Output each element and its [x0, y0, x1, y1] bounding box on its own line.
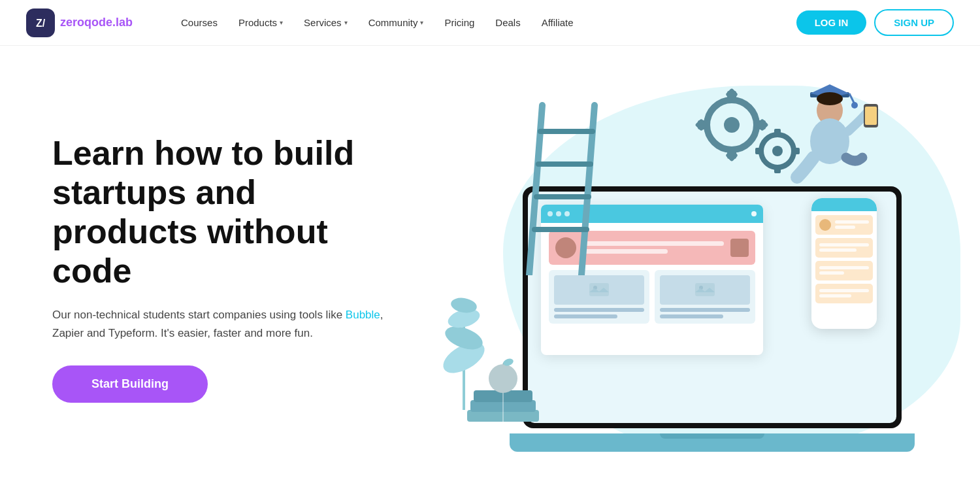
svg-text:Z/: Z/	[36, 18, 46, 29]
img-placeholder	[554, 275, 644, 305]
phone-lines-2	[819, 243, 869, 252]
phone-card-item-2	[815, 238, 873, 258]
student-illustration	[771, 79, 889, 212]
hero-content: Learn how to build startups and products…	[52, 134, 392, 403]
svg-point-40	[817, 92, 843, 105]
svg-point-11	[489, 364, 517, 393]
logo[interactable]: Z/ zeroqode.lab	[26, 8, 133, 37]
phone-line-short-3	[819, 271, 844, 275]
phone-avatar	[819, 219, 831, 231]
laptop-base	[510, 433, 915, 452]
phone-mockup	[811, 198, 877, 329]
nav-community[interactable]: Community ▾	[359, 12, 433, 33]
ladder-illustration	[523, 92, 614, 278]
signup-button[interactable]: SIGN UP	[874, 9, 954, 36]
card-icon	[730, 239, 749, 257]
navbar: Z/ zeroqode.lab Courses Products ▾ Servi…	[0, 0, 980, 46]
bubble-link[interactable]: Bubble	[346, 309, 380, 321]
nav-pricing[interactable]: Pricing	[435, 12, 483, 33]
svg-rect-43	[865, 107, 877, 125]
img-lines-2	[660, 308, 750, 318]
img-line-short-2	[660, 314, 723, 318]
browser-img-card	[549, 270, 649, 324]
phone-lines-4	[819, 289, 869, 297]
nav-affiliate[interactable]: Affiliate	[532, 12, 583, 33]
phone-line-short-2	[819, 248, 857, 252]
img-line-short	[554, 314, 617, 318]
hero-description: Our non-technical students start compani…	[52, 306, 392, 341]
logo-text: zeroqode.lab	[60, 16, 133, 29]
hero-title: Learn how to build startups and products…	[52, 134, 392, 290]
logo-name: zeroqode	[60, 16, 112, 29]
phone-lines	[835, 220, 869, 229]
svg-rect-44	[589, 283, 609, 296]
phone-line-2	[819, 243, 869, 246]
svg-point-38	[851, 102, 858, 109]
hero-illustration	[392, 73, 928, 465]
logo-accent: .lab	[112, 16, 133, 29]
svg-point-20	[724, 117, 740, 133]
nav-actions: LOG IN SIGN UP	[796, 9, 954, 36]
logo-icon: Z/	[26, 8, 55, 37]
img-lines	[554, 308, 644, 318]
img-placeholder-2	[660, 275, 750, 305]
hero-section: Learn how to build startups and products…	[0, 46, 980, 491]
chevron-down-icon: ▾	[420, 19, 423, 26]
browser-img-card-2	[655, 270, 755, 324]
phone-line-4	[819, 289, 869, 292]
nav-products[interactable]: Products ▾	[229, 12, 292, 33]
phone-line-3	[819, 266, 869, 269]
login-button[interactable]: LOG IN	[796, 10, 867, 35]
nav-links: Courses Products ▾ Services ▾ Community …	[172, 12, 796, 33]
phone-lines-3	[819, 266, 869, 275]
img-line	[554, 308, 644, 312]
browser-row	[549, 270, 755, 324]
nav-services[interactable]: Services ▾	[295, 12, 357, 33]
phone-card-item	[815, 215, 873, 235]
chevron-down-icon: ▾	[344, 19, 348, 26]
svg-rect-33	[755, 148, 763, 154]
phone-line	[835, 220, 869, 224]
nav-deals[interactable]: Deals	[486, 12, 529, 33]
nav-courses[interactable]: Courses	[172, 12, 227, 33]
img-line-2	[660, 308, 750, 312]
apple-books-illustration	[464, 358, 542, 439]
browser-close-icon	[751, 211, 757, 216]
phone-card-item-4	[815, 284, 873, 303]
phone-line-short-4	[819, 294, 851, 297]
start-building-button[interactable]: Start Building	[52, 365, 208, 403]
phone-body	[811, 211, 877, 307]
phone-line-short	[835, 226, 855, 229]
chevron-down-icon: ▾	[280, 19, 283, 26]
svg-rect-46	[695, 283, 715, 296]
phone-card-item-3	[815, 261, 873, 280]
